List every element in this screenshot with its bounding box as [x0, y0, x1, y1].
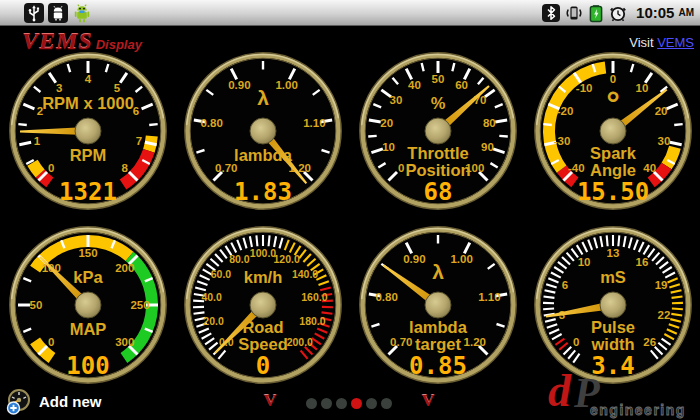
vibrate-icon [564, 3, 584, 23]
gauge-lambda-target[interactable]: 0.700.800.901.001.101.20λlambdatarget0.8… [353, 220, 523, 390]
gauge-scale-label: 30 [657, 135, 670, 147]
gauge-throttle-position[interactable]: 0102030405060708090100%ThrottlePosition6… [353, 46, 523, 216]
add-new-button[interactable]: Add new [6, 388, 102, 415]
gauge-value: 0.85 [409, 352, 467, 380]
gauge-unit: ° [606, 84, 620, 122]
gauge-scale-label: 150 [78, 247, 97, 259]
gauge-scale-label: 20 [380, 117, 393, 129]
page-dot[interactable] [306, 398, 317, 409]
page-dot-active[interactable] [351, 398, 362, 409]
gauge-hub [75, 118, 101, 144]
gauge-scale-label: 0 [573, 336, 579, 348]
gauge-map[interactable]: 050100150200250300kPaMAP100 [3, 220, 173, 390]
gauge-scale-label: 1.10 [478, 291, 500, 303]
gauge-scale-label: 0.80 [200, 117, 222, 129]
v-indicator-left: V [261, 391, 279, 411]
gauge-unit: RPM x 1000 [42, 94, 134, 112]
gauge-scale-label: 120.0 [273, 253, 299, 265]
gauge-dial: 0.020.040.060.080.0100.0120.0140.0160.01… [178, 220, 348, 390]
gauge-scale-label: 1.00 [450, 253, 472, 265]
gauge-scale-label: 6 [561, 279, 567, 291]
android-icon [48, 3, 68, 23]
gauge-value: 1321 [59, 178, 117, 206]
gauge-name: RPM [69, 146, 106, 164]
gauge-unit: λ [257, 86, 269, 109]
gauge-rpm[interactable]: 012345678RPM x 1000RPM1321 [3, 46, 173, 216]
gauge-scale-label: 140.0 [291, 268, 317, 280]
status-bar-left-icons [24, 2, 92, 24]
gauge-dial: 050100150200250300kPaMAP100 [3, 220, 173, 390]
gauge-scale-label: 40 [407, 79, 420, 91]
gauge-hub [425, 292, 451, 318]
gauge-road-speed[interactable]: 0.020.040.060.080.0100.0120.0140.0160.01… [178, 220, 348, 390]
gauge-scale-label: -20 [556, 105, 573, 117]
status-bar-right-icons: 10:05 AM [542, 3, 694, 23]
page-dot[interactable] [336, 398, 347, 409]
gauge-scale-label: 0.80 [375, 291, 397, 303]
gauge-scale-label: 22 [657, 309, 670, 321]
gauge-unit: λ [432, 260, 444, 283]
gauge-scale-label: 300 [115, 336, 134, 348]
gauge-scale-label: 0 [48, 162, 54, 174]
gauge-name: MAP [69, 320, 106, 338]
gauge-unit: kPa [73, 268, 103, 286]
gauge-spark-angle[interactable]: -40-30-20-10010203040°SparkAngle15.50 [528, 46, 698, 216]
gauge-scale-label: 40.0 [201, 291, 222, 303]
gauge-name: Spark [590, 144, 637, 162]
gauge-scale-label: 180.0 [299, 315, 325, 327]
dp-logo-word: engineering [590, 402, 686, 418]
gauge-hub [600, 292, 626, 318]
gauge-scale-label: -30 [553, 135, 570, 147]
gauge-scale-label: 40 [643, 162, 656, 174]
clock-period: AM [678, 7, 694, 18]
gauge-scale-label: 80 [482, 117, 495, 129]
page-indicator-dots[interactable] [306, 398, 392, 409]
gauge-scale-label: 20 [654, 105, 667, 117]
gauge-hub [425, 118, 451, 144]
gauge-dial: 0.700.800.901.001.101.20λlambda1.83 [178, 46, 348, 216]
gauge-name: Throttle [407, 144, 468, 162]
gauge-scale-label: 80.0 [229, 253, 250, 265]
gauge-dial: -40-30-20-10010203040°SparkAngle15.50 [528, 46, 698, 216]
adb-debug-icon [72, 2, 92, 24]
battery-icon [588, 3, 604, 23]
gauge-scale-label: 0 [398, 162, 404, 174]
gauge-scale-label: 1.10 [303, 117, 325, 129]
gauge-scale-label: 50 [29, 299, 42, 311]
page-dot[interactable] [321, 398, 332, 409]
gauge-name: Speed [238, 335, 288, 353]
gauge-value: 15.50 [576, 178, 648, 206]
page-dot[interactable] [381, 398, 392, 409]
gauge-lambda[interactable]: 0.700.800.901.001.101.20λlambda1.83 [178, 46, 348, 216]
gauge-scale-label: 30 [389, 94, 402, 106]
gauge-hub [75, 292, 101, 318]
add-gauge-icon [6, 388, 33, 415]
gauge-scale-label: 10 [382, 141, 395, 153]
gauge-scale-label: 0.90 [403, 253, 425, 265]
gauge-scale-label: 19 [654, 279, 667, 291]
gauge-name: target [415, 335, 461, 353]
gauge-scale-label: 250 [130, 299, 149, 311]
gauge-scale-label: 10 [635, 82, 648, 94]
gauge-scale-label: 0 [48, 336, 54, 348]
gauge-scale-label: 13 [606, 247, 619, 259]
gauge-scale-label: 0.90 [228, 79, 250, 91]
gauge-scale-label: 100.0 [249, 247, 275, 259]
gauge-name: Position [405, 161, 470, 179]
gauge-scale-label: 160.0 [301, 291, 327, 303]
gauge-scale-label: 3 [55, 82, 61, 94]
gauge-scale-label: 60 [455, 79, 468, 91]
gauge-dial: 012345678RPM x 1000RPM1321 [3, 46, 173, 216]
gauge-scale-label: -10 [575, 82, 592, 94]
gauge-scale-label: 20.0 [203, 315, 224, 327]
gauge-scale-label: 200 [115, 262, 134, 274]
gauge-unit: % [430, 94, 445, 112]
bluetooth-icon [542, 3, 560, 23]
gauge-arc-yellow [32, 163, 40, 174]
page-dot[interactable] [366, 398, 377, 409]
gauge-dial: 0.700.800.901.001.101.20λlambdatarget0.8… [353, 220, 523, 390]
gauge-value: 100 [66, 352, 109, 380]
add-new-label: Add new [39, 393, 102, 410]
gauge-name: Angle [590, 161, 636, 179]
gauge-scale-label: 1.00 [275, 79, 297, 91]
